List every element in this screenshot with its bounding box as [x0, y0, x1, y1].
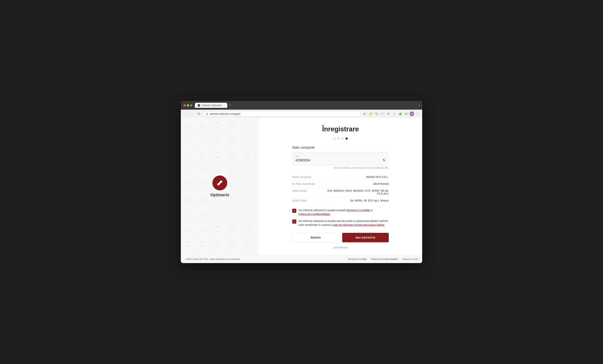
sediu-fiscal-value: Str. MORII, 38, Et:P, Ap:1, Brașov: [350, 199, 389, 202]
cui-input-row: 42983054 ↻: [295, 158, 386, 162]
checkbox1-text: Am informat utilizatorii și aceștia acce…: [299, 209, 346, 212]
privacy-link[interactable]: Politica de Confidențialitate.: [299, 213, 331, 216]
bookmark-button[interactable]: ☆: [392, 111, 397, 116]
page-content: Optimerix Înregistrare Date companie CUI: [181, 118, 422, 255]
page-title: Înregistrare: [322, 125, 359, 133]
lock-icon: 🔒: [206, 113, 208, 115]
footer-terms-link[interactable]: Termenii și Condiții: [348, 258, 367, 261]
close-window-button[interactable]: [184, 104, 186, 106]
tab-title: Partener Optimerix: [202, 104, 222, 107]
cui-field: CUI 42983054 ↻: [292, 152, 389, 165]
step-indicators: [333, 137, 348, 140]
company-info-table: Nume companie INSIDE ERX S.R.L. Nr. Reg.…: [292, 174, 389, 204]
cui-label: CUI: [295, 155, 386, 158]
logo-name: Optimerix: [210, 193, 230, 197]
sediu-social-label: Sediu Social: [292, 189, 318, 192]
sediu-social-value: JUD. BRAȘOV, MUN. BRAȘOV, STR. MORII, NR…: [321, 189, 389, 195]
info-row-sediu-social: Sediu Social JUD. BRAȘOV, MUN. BRAȘOV, S…: [292, 187, 389, 197]
address-bar[interactable]: 🔒 partener.optimerix.ro/register: [203, 111, 360, 116]
titlebar: O Partener Optimerix × + ▾: [181, 101, 422, 110]
page-footer: ©2022 Inside eRX SRL. Toate drepturile s…: [181, 255, 422, 263]
tab-close-button[interactable]: ×: [223, 104, 225, 107]
logo-container: Optimerix: [210, 175, 230, 197]
active-tab[interactable]: O Partener Optimerix ×: [195, 103, 227, 108]
extensions-button[interactable]: 🧩: [398, 111, 403, 116]
checkbox-section: Am informat utilizatorii și aceștia acce…: [292, 208, 389, 227]
checkbox-row-2: Am informat utilizatorii și aceștia sunt…: [292, 219, 389, 227]
google-apps-button[interactable]: ⊕: [362, 111, 367, 116]
right-panel: Înregistrare Date companie CUI 42983054 …: [259, 118, 422, 255]
step-dot-4: [346, 137, 348, 140]
reload-button[interactable]: ↻: [197, 111, 202, 116]
logo-icon: [212, 175, 227, 190]
checkbox-data-processing[interactable]: [292, 219, 296, 224]
browser-toolbar: ← → ↻ 🔒 partener.optimerix.ro/register ⊕…: [181, 110, 422, 118]
section-title: Date companie: [292, 146, 389, 149]
sediu-fiscal-label: Sediu Fiscal: [292, 199, 318, 202]
step-dot-3: [341, 137, 344, 140]
company-name-value: INSIDE ERX S.R.L.: [366, 175, 389, 179]
maximize-window-button[interactable]: [190, 104, 192, 106]
forward-button[interactable]: →: [190, 111, 195, 116]
tab-bar: O Partener Optimerix × + ▾: [195, 103, 419, 108]
checkbox1-mid: și: [370, 209, 373, 212]
sidebar-button[interactable]: ⊞: [404, 111, 409, 116]
reg-nr-label: Nr. Reg. Comerțului: [292, 182, 318, 185]
toolbar-actions: ⊕ 🔑 🔍 ✂ ⬆ ☆ 🧩 ⊞ BH ⋮: [362, 111, 420, 116]
tab-list-chevron-icon[interactable]: ▾: [418, 104, 419, 107]
info-row-sediu-fiscal: Sediu Fiscal Str. MORII, 38, Et:P, Ap:1,…: [292, 197, 389, 204]
forward-form-button[interactable]: MAI DEPARTE: [342, 233, 389, 242]
footer-version: Versiune 0.0.64: [402, 258, 418, 261]
checkbox-terms-text: Am informat utilizatorii și aceștia acce…: [299, 208, 373, 216]
button-row: ÎNAPOI MAI DEPARTE: [292, 233, 389, 242]
new-tab-button[interactable]: +: [228, 103, 233, 108]
traffic-lights: [184, 104, 192, 106]
company-name-label: Nume companie: [292, 175, 318, 179]
auth-link[interactable]: Autentificare: [292, 246, 389, 249]
share-button[interactable]: ⬆: [386, 111, 391, 116]
checkbox-row-1: Am informat utilizatorii și aceștia acce…: [292, 208, 389, 216]
terms-link[interactable]: Termenii și Condițiile: [346, 209, 370, 212]
step-dot-2: [337, 137, 340, 140]
info-row-reg-nr: Nr. Reg. Comerțului J8/1675/2020: [292, 181, 389, 187]
screenshot-button[interactable]: ✂: [380, 111, 385, 116]
step-dot-1: [333, 137, 336, 140]
footer-privacy-link[interactable]: Politică de Confidențialitate: [371, 258, 398, 261]
back-form-button[interactable]: ÎNAPOI: [292, 233, 339, 242]
zoom-button[interactable]: 🔍: [374, 111, 379, 116]
url-text: partener.optimerix.ro/register: [210, 113, 241, 115]
cui-hint: Pentru a continua, introduceți un cod CU…: [292, 167, 389, 169]
back-button[interactable]: ←: [183, 111, 188, 116]
footer-copyright: ©2022 Inside eRX SRL. Toate drepturile s…: [185, 258, 240, 261]
cui-refresh-button[interactable]: ↻: [383, 158, 386, 162]
info-row-company-name: Nume companie INSIDE ERX S.R.L.: [292, 174, 389, 181]
minimize-window-button[interactable]: [187, 104, 189, 106]
browser-chrome: O Partener Optimerix × + ▾ ← → ↻ 🔒 parte…: [181, 101, 422, 118]
password-manager-button[interactable]: 🔑: [368, 111, 373, 116]
data-processing-link[interactable]: notei de informare privind prelucrarea d…: [333, 223, 385, 226]
browser-window: O Partener Optimerix × + ▾ ← → ↻ 🔒 parte…: [181, 101, 422, 263]
left-panel: Optimerix: [181, 118, 259, 255]
checkbox-terms[interactable]: [292, 209, 296, 213]
profile-avatar[interactable]: BH: [410, 112, 414, 116]
cui-value[interactable]: 42983054: [295, 159, 310, 162]
menu-button[interactable]: ⋮: [415, 111, 420, 116]
tab-favicon-icon: O: [197, 104, 200, 107]
checkbox-data-text: Am informat utilizatorii și aceștia sunt…: [299, 219, 389, 227]
form-section: Date companie CUI 42983054 ↻ Pentru a co…: [292, 146, 389, 249]
reg-nr-value: J8/1675/2020: [373, 182, 389, 185]
